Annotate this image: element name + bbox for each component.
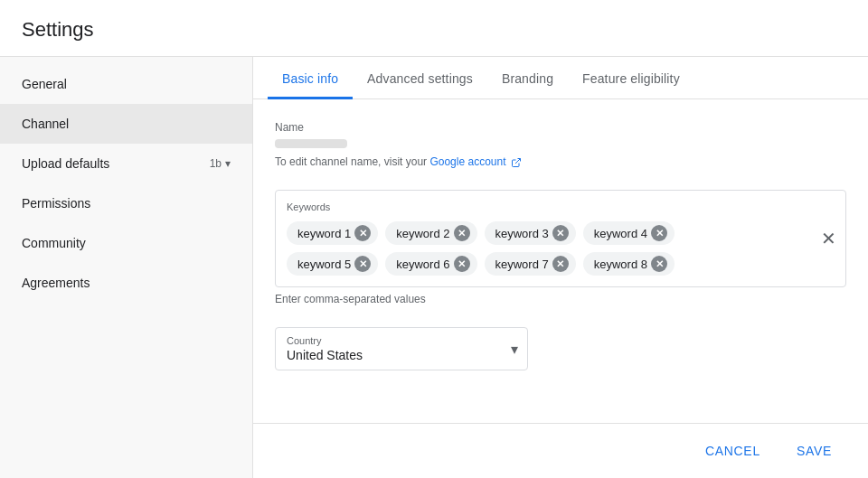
tabs-bar: Basic info Advanced settings Branding Fe… [253,57,868,99]
external-link-icon [511,157,522,168]
keywords-rows: keyword 1 ✕ keyword 2 ✕ keyword 3 ✕ [287,221,835,276]
app-container: Settings General Channel Upload defaults… [0,0,868,478]
upload-defaults-icon: 1b ▾ [210,157,231,170]
keyword-chip-1: keyword 1 ✕ [287,221,378,245]
page-title: Settings [22,18,846,42]
google-account-link[interactable]: Google account [429,155,521,168]
content-scroll: Name To edit channel name, visit your Go… [253,99,868,423]
tab-basic-info[interactable]: Basic info [268,57,353,99]
cancel-button[interactable]: CANCEL [691,435,775,467]
keyword-chip-8: keyword 8 ✕ [583,252,675,276]
keyword-8-remove[interactable]: ✕ [651,256,667,272]
keyword-7-remove[interactable]: ✕ [552,256,569,272]
keywords-row-1: keyword 1 ✕ keyword 2 ✕ keyword 3 ✕ [287,221,835,245]
keyword-chip-3: keyword 3 ✕ [485,221,576,245]
name-label: Name [275,121,846,134]
keyword-4-remove[interactable]: ✕ [651,225,667,241]
keywords-hint: Enter comma-separated values [275,293,846,305]
country-value: United States [287,348,516,362]
keyword-chip-4: keyword 4 ✕ [583,221,675,245]
keywords-field-group: Keywords keyword 1 ✕ keyword 2 ✕ [275,190,846,305]
country-select[interactable]: Country United States ▾ [275,327,528,370]
sidebar-item-upload-defaults[interactable]: Upload defaults 1b ▾ [0,144,252,183]
keyword-3-remove[interactable]: ✕ [552,225,569,241]
name-hint: To edit channel name, visit your Google … [275,155,846,168]
keyword-2-remove[interactable]: ✕ [454,225,470,241]
keyword-chip-7: keyword 7 ✕ [485,252,576,276]
header: Settings [0,0,868,57]
tab-branding[interactable]: Branding [487,57,568,99]
keywords-row-2: keyword 5 ✕ keyword 6 ✕ keyword 7 ✕ [287,252,835,276]
keyword-5-remove[interactable]: ✕ [354,256,371,272]
keywords-box: Keywords keyword 1 ✕ keyword 2 ✕ [275,190,846,287]
sidebar-item-general[interactable]: General [0,64,252,104]
name-value-blurred [275,139,347,148]
svg-line-0 [515,158,521,164]
sidebar: General Channel Upload defaults 1b ▾ Per… [0,57,253,478]
content-area: Basic info Advanced settings Branding Fe… [253,57,868,478]
keyword-1-remove[interactable]: ✕ [354,225,371,241]
keyword-chip-2: keyword 2 ✕ [385,221,476,245]
sidebar-item-community[interactable]: Community [0,223,252,263]
sidebar-item-permissions[interactable]: Permissions [0,183,252,223]
keyword-6-remove[interactable]: ✕ [454,256,470,272]
sidebar-item-agreements[interactable]: Agreements [0,263,252,303]
keyword-chip-5: keyword 5 ✕ [287,252,378,276]
main-layout: General Channel Upload defaults 1b ▾ Per… [0,57,868,478]
tab-advanced-settings[interactable]: Advanced settings [353,57,487,99]
name-field-group: Name To edit channel name, visit your Go… [275,121,846,168]
keywords-clear-button[interactable]: ✕ [821,230,836,248]
tab-feature-eligibility[interactable]: Feature eligibility [568,57,694,99]
country-field-group: Country United States ▾ [275,327,846,370]
chevron-down-icon: ▾ [511,341,518,358]
keyword-chip-6: keyword 6 ✕ [385,252,476,276]
save-button[interactable]: SAVE [782,435,846,467]
keywords-label: Keywords [287,202,835,212]
sidebar-item-channel[interactable]: Channel [0,104,252,144]
footer-actions: CANCEL SAVE [253,423,868,478]
country-label: Country [287,335,516,346]
